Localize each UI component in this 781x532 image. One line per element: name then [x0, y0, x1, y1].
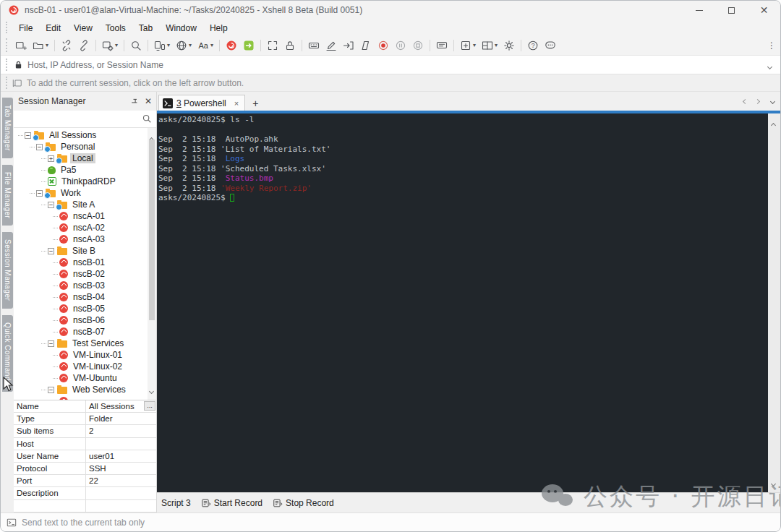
- collapse-icon[interactable]: −: [48, 387, 54, 393]
- scrollbar-thumb[interactable]: [149, 140, 155, 320]
- tree-item-vm-linux-02[interactable]: VM-Linux-02: [14, 361, 156, 372]
- menu-help[interactable]: Help: [203, 22, 234, 35]
- collapse-icon[interactable]: −: [36, 144, 43, 150]
- font-button[interactable]: Aa▾: [195, 38, 215, 53]
- toolbar-grip[interactable]: [6, 22, 8, 33]
- record-button[interactable]: [375, 38, 391, 53]
- session-properties-button[interactable]: ▾: [100, 38, 120, 53]
- find-button[interactable]: [128, 38, 144, 53]
- collapse-icon[interactable]: −: [48, 248, 54, 254]
- chat-button[interactable]: [434, 38, 450, 53]
- chevron-down-icon[interactable]: ▾: [189, 42, 192, 48]
- menu-window[interactable]: Window: [159, 22, 203, 35]
- tab-scroll-left-icon[interactable]: [743, 93, 747, 106]
- collapse-icon[interactable]: −: [36, 190, 43, 197]
- property-row-port[interactable]: Port22: [14, 475, 156, 487]
- script-button[interactable]: [358, 38, 374, 53]
- tree-item-site-b[interactable]: −Site B: [14, 245, 156, 257]
- scroll-up-icon[interactable]: [772, 117, 775, 130]
- chevron-down-icon[interactable]: ▾: [210, 42, 213, 48]
- tree-item-nsca-02[interactable]: nscA-02: [14, 222, 156, 233]
- tree-item-partial[interactable]: [14, 395, 156, 400]
- tree-item-nscb-05[interactable]: nscB-05: [14, 303, 156, 314]
- tab-scroll-right-icon[interactable]: [756, 93, 759, 106]
- tab-close-icon[interactable]: ×: [234, 99, 239, 108]
- tree-item-nscb-07[interactable]: nscB-07: [14, 326, 156, 338]
- chevron-down-icon[interactable]: ▾: [167, 42, 170, 48]
- collapse-icon[interactable]: −: [48, 340, 54, 347]
- stop-record-button[interactable]: [410, 38, 426, 53]
- tile-button[interactable]: ▾: [479, 38, 500, 53]
- start-record-button[interactable]: Start Record: [201, 498, 263, 508]
- tree-item-site-a[interactable]: −Site A: [14, 199, 156, 210]
- close-button[interactable]: ✕: [748, 1, 780, 20]
- new-session-button[interactable]: [13, 38, 29, 53]
- collapse-icon[interactable]: −: [25, 132, 31, 139]
- tree-item-nsca-03[interactable]: nscA-03: [14, 233, 156, 245]
- tree-item-pa5[interactable]: Pa5: [14, 164, 156, 176]
- tab-list-icon[interactable]: [771, 93, 774, 106]
- tree-item-thinkpadrdp[interactable]: ThinkpadRDP: [14, 176, 156, 187]
- toolbar-grip[interactable]: [6, 77, 8, 88]
- scroll-down-icon[interactable]: [772, 476, 775, 489]
- side-tab-file-manager[interactable]: File Manager: [2, 165, 13, 226]
- reconnect-button[interactable]: [76, 38, 92, 53]
- tree-item-nscb-04[interactable]: nscB-04: [14, 291, 156, 303]
- toolbar-grip[interactable]: [6, 59, 8, 72]
- property-row-description[interactable]: Description: [14, 487, 156, 499]
- stop-record-button[interactable]: Stop Record: [273, 498, 334, 508]
- send-button[interactable]: [341, 38, 357, 53]
- settings-button[interactable]: [501, 38, 517, 53]
- property-row-protocol[interactable]: ProtocolSSH: [14, 463, 156, 475]
- feedback-button[interactable]: [542, 38, 558, 53]
- panel-close-icon[interactable]: ✕: [145, 97, 152, 106]
- send-text-input[interactable]: [22, 518, 780, 528]
- expand-icon[interactable]: +: [48, 155, 54, 162]
- pause-button[interactable]: [393, 38, 409, 53]
- web-button[interactable]: ▾: [174, 38, 194, 53]
- more-button[interactable]: ...: [144, 401, 155, 411]
- property-row-type[interactable]: TypeFolder: [14, 413, 156, 425]
- tree-item-vm-ubuntu[interactable]: VM-Ubuntu: [14, 372, 156, 384]
- tree-item-nscb-02[interactable]: nscB-02: [14, 268, 156, 280]
- open-session-button[interactable]: ▾: [30, 38, 51, 53]
- terminal-tab[interactable]: 3 Powershell ×: [158, 95, 245, 111]
- xftp-button[interactable]: [241, 38, 257, 53]
- chevron-down-icon[interactable]: ▾: [473, 42, 476, 48]
- address-dropdown-icon[interactable]: [768, 59, 772, 72]
- property-row-name[interactable]: NameAll Sessions...: [14, 400, 156, 413]
- tree-item-all-sessions[interactable]: −All Sessions: [14, 129, 156, 141]
- tree-item-local[interactable]: +Local: [14, 153, 156, 164]
- property-row-host[interactable]: Host: [14, 438, 156, 450]
- side-tab-session-manager[interactable]: Session Manager: [2, 232, 13, 308]
- session-search-box[interactable]: [14, 111, 156, 128]
- transfer-button[interactable]: ▾: [152, 38, 172, 53]
- tree-item-personal[interactable]: −Personal: [14, 141, 156, 153]
- address-input[interactable]: [27, 60, 759, 70]
- toolbar-grip[interactable]: [6, 38, 8, 52]
- disconnect-button[interactable]: [59, 38, 74, 53]
- xshell-button[interactable]: [223, 38, 239, 53]
- title-bar[interactable]: nscB-01 - user01@alan-Virtual-Machine: ~…: [1, 1, 780, 20]
- pin-icon[interactable]: [130, 97, 139, 106]
- fullscreen-button[interactable]: [265, 38, 281, 53]
- menu-edit[interactable]: Edit: [39, 22, 67, 35]
- tree-item-nscb-06[interactable]: nscB-06: [14, 314, 156, 326]
- property-row-empty[interactable]: [14, 500, 156, 512]
- menu-view[interactable]: View: [67, 22, 99, 35]
- maximize-button[interactable]: [715, 1, 748, 20]
- tree-item-nscb-01[interactable]: nscB-01: [14, 257, 156, 268]
- new-tab-button[interactable]: +: [245, 98, 265, 111]
- tree-item-nscb-03[interactable]: nscB-03: [14, 280, 156, 291]
- compose-button[interactable]: [323, 38, 339, 53]
- menu-tab[interactable]: Tab: [132, 22, 159, 35]
- chevron-down-icon[interactable]: ▾: [115, 42, 118, 48]
- tree-scrollbar[interactable]: [148, 128, 156, 400]
- menu-file[interactable]: File: [12, 22, 39, 35]
- tree-item-test-services[interactable]: −Test Services: [14, 338, 156, 349]
- side-tab-tab-manager[interactable]: Tab Manager: [2, 98, 13, 158]
- chevron-down-icon[interactable]: ▾: [495, 42, 498, 48]
- new-tab-button[interactable]: ▾: [458, 38, 478, 53]
- help-button[interactable]: ?: [525, 38, 541, 53]
- terminal-screen[interactable]: asks/20240825$ ls -l Sep 2 15:18 AutoPop…: [157, 113, 768, 492]
